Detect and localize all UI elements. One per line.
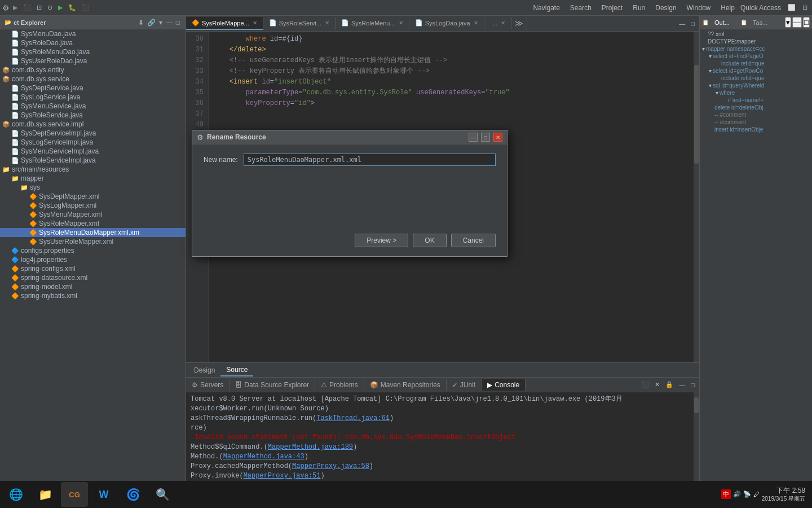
tree-item[interactable]: 🔶SysRoleMapper.xml bbox=[0, 219, 186, 228]
menu-window[interactable]: Window bbox=[682, 3, 716, 13]
rt-item-9[interactable]: if test=name!= bbox=[700, 97, 812, 104]
tree-item[interactable]: 🔶spring-datasource.xml bbox=[0, 273, 186, 282]
taskbar-idea[interactable]: CG bbox=[61, 482, 88, 507]
editor-scrollbar-v[interactable] bbox=[694, 32, 699, 362]
perspective-btn[interactable]: ⊡ bbox=[800, 3, 810, 12]
preview-btn[interactable]: Preview > bbox=[355, 234, 408, 247]
console-scroll-lock-btn[interactable]: 🔒 bbox=[663, 380, 676, 389]
rt-item-1[interactable]: DOCTYPE:mapper bbox=[700, 38, 812, 45]
menu-search[interactable]: Search bbox=[566, 3, 596, 13]
editor-minimize-btn[interactable]: — bbox=[677, 19, 687, 28]
link-with-editor-btn[interactable]: 🔗 bbox=[146, 19, 157, 27]
rt-item-3[interactable]: ▾select id=findPageO bbox=[700, 52, 812, 60]
collapse-all-btn[interactable]: ⬇ bbox=[137, 19, 145, 27]
taskbar-word[interactable]: W bbox=[90, 482, 117, 507]
console-link-5[interactable]: MapperMethod.java:189 bbox=[268, 443, 353, 451]
editor-tab-3[interactable]: 📄SysLogDao.java✕ bbox=[409, 17, 484, 30]
console-link-2[interactable]: TaskThread.java:61 bbox=[316, 414, 390, 422]
tree-item[interactable]: 🔶SysMenuMapper.xml bbox=[0, 210, 186, 219]
taskbar-network-icon[interactable]: 📡 bbox=[743, 491, 751, 498]
tree-item[interactable]: 🔶SysDeptMapper.xml bbox=[0, 192, 186, 201]
dialog-minimize-btn[interactable]: — bbox=[469, 133, 478, 142]
editor-maximize-btn[interactable]: □ bbox=[689, 19, 697, 28]
editor-tab-1[interactable]: 📄SysRoleServi...✕ bbox=[263, 17, 336, 30]
tree-item[interactable]: 📄SysMenuDao.java bbox=[0, 29, 186, 38]
cancel-btn[interactable]: Cancel bbox=[451, 234, 496, 247]
bottom-tab-design[interactable]: Design bbox=[188, 365, 220, 376]
tree-item[interactable]: 📄SysDeptService.java bbox=[0, 84, 186, 93]
right-tab-out[interactable]: Out... bbox=[710, 18, 734, 27]
tree-item[interactable]: 📄SysLogService.java bbox=[0, 93, 186, 102]
dialog-close-btn[interactable]: ✕ bbox=[493, 133, 502, 142]
tree-item[interactable]: 🔶spring-model.xml bbox=[0, 282, 186, 291]
taskbar-volume-icon[interactable]: 🔊 bbox=[733, 491, 741, 498]
tree-item[interactable]: 📄SysUserRoleDao.java bbox=[0, 56, 186, 65]
maximize-btn[interactable]: ⬜ bbox=[785, 3, 798, 12]
right-panel-maximize-btn[interactable]: □ bbox=[803, 17, 810, 28]
toolbar-btn-debug[interactable]: 🐛 bbox=[66, 3, 78, 12]
right-panel-minimize-btn[interactable]: — bbox=[792, 17, 802, 28]
rt-item-13[interactable]: insert id=insertObje bbox=[700, 126, 812, 133]
tab-close-1[interactable]: ✕ bbox=[325, 20, 329, 26]
dialog-maximize-btn[interactable]: □ bbox=[481, 133, 490, 142]
console-tab-servers[interactable]: ⚙Servers bbox=[186, 379, 230, 391]
tree-item[interactable]: 🔶spring-mybatis.xml bbox=[0, 291, 186, 300]
console-minimize-btn[interactable]: — bbox=[677, 380, 687, 389]
menu-help[interactable]: Help bbox=[716, 3, 739, 13]
tree-item[interactable]: 📄SysRoleMenuDao.java bbox=[0, 47, 186, 56]
tab-close-4[interactable]: ✕ bbox=[501, 20, 505, 26]
taskbar-search[interactable]: 🔍 bbox=[149, 482, 176, 507]
tree-item[interactable]: 📄SysRoleService.java bbox=[0, 111, 186, 120]
tab-close-3[interactable]: ✕ bbox=[474, 20, 478, 26]
menu-run[interactable]: Run bbox=[628, 3, 650, 13]
rt-item-8[interactable]: ▾where bbox=[700, 89, 812, 97]
toolbar-btn-2[interactable]: ⊡ bbox=[34, 3, 44, 12]
tree-item[interactable]: 📄SysDeptServiceImpl.java bbox=[0, 129, 186, 138]
toolbar-btn-run[interactable]: ▶ bbox=[56, 3, 65, 12]
bottom-tab-source[interactable]: Source bbox=[220, 364, 253, 376]
rt-item-4[interactable]: include refid=que bbox=[700, 60, 812, 67]
tree-item[interactable]: 📄SysMenuServiceImpl.java bbox=[0, 147, 186, 156]
tree-item[interactable]: 📄SysRoleDao.java bbox=[0, 38, 186, 47]
menu-navigate[interactable]: Navigate bbox=[528, 3, 564, 13]
tree-item[interactable]: 🔷log4j.properties bbox=[0, 255, 186, 264]
tree-item[interactable]: 📄SysMenuService.java bbox=[0, 102, 186, 111]
editor-tab-0[interactable]: 🔶SysRoleMappe...✕ bbox=[186, 17, 263, 30]
panel-maximize-btn[interactable]: □ bbox=[175, 19, 181, 27]
rt-item-12[interactable]: -- #comment bbox=[700, 119, 812, 126]
rt-item-6[interactable]: include refid=que bbox=[700, 75, 812, 82]
taskbar-explorer[interactable]: 📁 bbox=[32, 482, 59, 507]
taskbar-time-area[interactable]: 下午 2:58 2019/3/15 星期五 bbox=[762, 486, 805, 503]
tree-item[interactable]: 📁mapper bbox=[0, 174, 186, 183]
tree-item[interactable]: 🔶spring-configs.xml bbox=[0, 264, 186, 273]
console-tab-datasourceexplorer[interactable]: 🗄Data Source Explorer bbox=[230, 379, 315, 391]
rt-item-11[interactable]: -- #comment bbox=[700, 111, 812, 119]
console-scrollbar-v[interactable] bbox=[694, 392, 699, 496]
tab-close-0[interactable]: ✕ bbox=[253, 20, 257, 26]
tree-item[interactable]: 📁sys bbox=[0, 183, 186, 192]
tree-item[interactable]: 📄SysLogServiceImpl.java bbox=[0, 138, 186, 147]
tree-item[interactable]: 📦com.db.sys.service.impl bbox=[0, 120, 186, 129]
console-stop-btn[interactable]: ⬛ bbox=[639, 380, 651, 389]
right-tab-tas[interactable]: Tas... bbox=[748, 18, 772, 27]
ok-btn[interactable]: OK bbox=[413, 234, 446, 247]
console-clear-btn[interactable]: ✕ bbox=[652, 380, 662, 389]
console-maximize-btn[interactable]: □ bbox=[689, 380, 697, 389]
console-tab-junit[interactable]: ✓JUnit bbox=[447, 379, 482, 391]
tree-item[interactable]: 🔶SysRoleMenuDaoMapper.xml.xm bbox=[0, 228, 186, 237]
rt-item-10[interactable]: delete id=deleteObj bbox=[700, 104, 812, 111]
tab-close-2[interactable]: ✕ bbox=[399, 20, 403, 26]
rt-item-0[interactable]: ?? xml bbox=[700, 30, 812, 38]
tree-item[interactable]: 📁src/main/resources bbox=[0, 165, 186, 174]
toolbar-btn-stop[interactable]: ⬛ bbox=[80, 3, 92, 12]
console-link-7[interactable]: MapperProxy.java:58 bbox=[292, 462, 369, 470]
right-panel-settings-btn[interactable]: ▾ bbox=[785, 17, 791, 28]
tab-extras-btn[interactable]: ≫ bbox=[511, 16, 527, 31]
tree-item[interactable]: 📄SysRoleServiceImpl.java bbox=[0, 156, 186, 165]
editor-tab-2[interactable]: 📄SysRoleMenu...✕ bbox=[336, 17, 409, 30]
rename-input[interactable] bbox=[244, 154, 496, 166]
console-link-8[interactable]: MapperProxy.java:51 bbox=[244, 472, 321, 480]
rt-item-7[interactable]: ▾sql id=queryWhereld bbox=[700, 82, 812, 89]
panel-menu-btn[interactable]: ▾ bbox=[158, 19, 164, 27]
editor-tab-4[interactable]: ...✕ bbox=[484, 17, 511, 30]
